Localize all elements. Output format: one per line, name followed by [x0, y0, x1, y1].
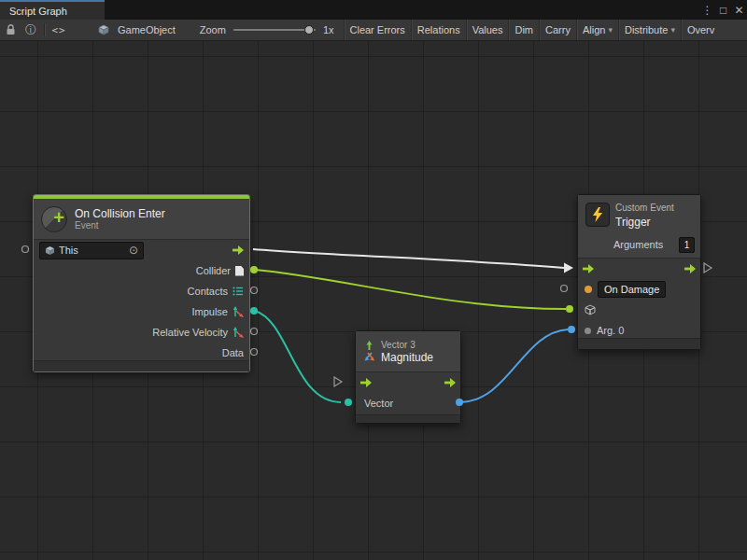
clear-errors-button[interactable]: Clear Errors	[344, 20, 411, 40]
zoom-slider[interactable]	[233, 23, 316, 36]
node-footer	[356, 414, 460, 423]
vector-axes-icon	[233, 306, 244, 317]
node-category: Vector 3	[381, 340, 433, 351]
port-contacts-out[interactable]	[251, 287, 258, 294]
port-relative-velocity-out[interactable]	[251, 329, 258, 335]
vector3-icon	[363, 341, 375, 362]
collider-doc-icon	[235, 266, 244, 276]
zoom-value: 1x	[323, 24, 334, 35]
output-row-contacts[interactable]: Contacts	[34, 281, 249, 301]
tab-label: Script Graph	[9, 6, 67, 17]
flow-row	[356, 372, 460, 393]
flow-out-arrow-icon[interactable]	[233, 245, 244, 255]
node-footer	[34, 360, 249, 371]
wire-impulse-to-vector[interactable]	[255, 311, 341, 402]
wire-control-flow[interactable]	[253, 249, 564, 268]
input-row-event-name[interactable]: On Damage	[578, 279, 700, 300]
string-port-dot[interactable]	[585, 286, 592, 293]
close-icon[interactable]: ✕	[731, 0, 747, 20]
node-titles: Vector 3 Magnitude	[381, 340, 433, 364]
event-plus-icon	[41, 206, 67, 232]
dim-button[interactable]: Dim	[508, 20, 539, 40]
node-header[interactable]: Custom Event Trigger Arguments 1	[578, 195, 700, 259]
graph-canvas[interactable]: On Collision Enter Event This ⊙ Collider	[0, 41, 747, 560]
zoom-slider-knob[interactable]	[304, 25, 314, 35]
port-label: Data	[222, 347, 244, 358]
port-label: Vector	[364, 398, 393, 409]
unity-script-graph-window: Script Graph ⋮ □ ✕ ⓘ <> GameObject Zoom …	[0, 0, 747, 560]
lock-icon[interactable]	[0, 20, 21, 40]
button-label: Dim	[514, 24, 533, 35]
maximize-icon[interactable]: □	[715, 0, 731, 20]
gameobject-cube-icon	[93, 20, 114, 40]
flow-row	[578, 259, 700, 279]
menu-icon[interactable]: ⋮	[699, 0, 715, 20]
output-row-relative-velocity[interactable]: Relative Velocity	[34, 322, 249, 343]
button-label: Distribute	[625, 24, 668, 35]
port-name-in[interactable]	[561, 286, 568, 292]
arguments-value-field[interactable]: 1	[679, 237, 695, 253]
button-label: Relations	[417, 24, 460, 35]
node-title: Trigger	[615, 216, 651, 229]
tab-script-graph[interactable]: Script Graph	[0, 0, 105, 20]
button-label: Align	[583, 24, 605, 35]
input-row-target[interactable]	[578, 300, 700, 320]
info-icon[interactable]: ⓘ	[21, 20, 41, 40]
chevron-down-icon: ▾	[670, 25, 675, 35]
port-label: Relative Velocity	[152, 327, 228, 338]
flow-in-arrow-icon[interactable]	[583, 264, 594, 273]
port-label: Impulse	[191, 306, 228, 317]
port-arg0-in[interactable]	[568, 326, 575, 333]
flow-hint-triangle-icon	[334, 377, 342, 386]
node-titles: On Collision Enter Event	[75, 207, 165, 231]
wire-arrowhead-icon	[564, 263, 573, 273]
gameobject-label[interactable]: GameObject	[118, 24, 176, 35]
port-event-in[interactable]	[22, 246, 29, 253]
align-button[interactable]: Align▾	[576, 20, 618, 40]
port-impulse-out[interactable]	[250, 307, 258, 315]
port-target-in[interactable]	[566, 305, 573, 313]
tab-bar-spacer	[105, 0, 699, 20]
relations-button[interactable]: Relations	[411, 20, 466, 40]
port-data-out[interactable]	[251, 349, 258, 356]
port-vector-in[interactable]	[345, 399, 352, 406]
wire-collider-to-target[interactable]	[255, 270, 566, 309]
lightning-icon	[585, 203, 610, 227]
self-target-value: This	[59, 245, 78, 256]
value-port-dot[interactable]	[585, 328, 591, 334]
object-picker-icon[interactable]: ⊙	[129, 245, 138, 256]
overview-button[interactable]: Overv	[681, 20, 720, 40]
flow-out-arrow-icon[interactable]	[684, 264, 696, 273]
carry-button[interactable]: Carry	[539, 20, 576, 40]
arguments-label: Arguments	[613, 239, 663, 250]
event-name-field[interactable]: On Damage	[598, 281, 666, 298]
input-row-vector[interactable]: Vector	[356, 393, 460, 413]
arguments-row: Arguments 1	[613, 236, 695, 253]
node-on-collision-enter[interactable]: On Collision Enter Event This ⊙ Collider	[33, 194, 250, 372]
node-header[interactable]: On Collision Enter Event	[34, 199, 249, 240]
toolbar-divider	[44, 23, 46, 36]
distribute-button[interactable]: Distribute▾	[618, 20, 681, 40]
zoom-slider-track[interactable]	[233, 29, 316, 31]
port-label: Contacts	[188, 286, 228, 297]
node-footer	[578, 338, 700, 349]
list-icon	[233, 286, 244, 297]
wire-magnitude-to-arg0[interactable]	[461, 329, 568, 402]
flow-in-arrow-icon[interactable]	[360, 378, 372, 387]
values-button[interactable]: Values	[466, 20, 509, 40]
code-view-icon[interactable]: <>	[49, 20, 69, 40]
output-row-impulse[interactable]: Impulse	[34, 301, 249, 322]
chevron-down-icon: ▾	[608, 25, 613, 35]
port-label: Collider	[196, 265, 231, 276]
node-vector3-magnitude[interactable]: Vector 3 Magnitude Vector	[355, 330, 461, 424]
button-label: Overv	[687, 24, 714, 35]
node-category: Custom Event	[615, 203, 674, 214]
flow-out-arrow-icon[interactable]	[444, 378, 456, 387]
node-header[interactable]: Vector 3 Magnitude	[356, 331, 460, 372]
self-target-field[interactable]: This ⊙	[39, 242, 144, 259]
node-custom-event-trigger[interactable]: Custom Event Trigger Arguments 1 On Dama…	[577, 194, 701, 350]
output-row-collider[interactable]: Collider	[34, 260, 249, 281]
node-title: Magnitude	[381, 351, 433, 364]
vector-axes-icon	[233, 327, 244, 338]
port-collider-out[interactable]	[250, 266, 258, 273]
